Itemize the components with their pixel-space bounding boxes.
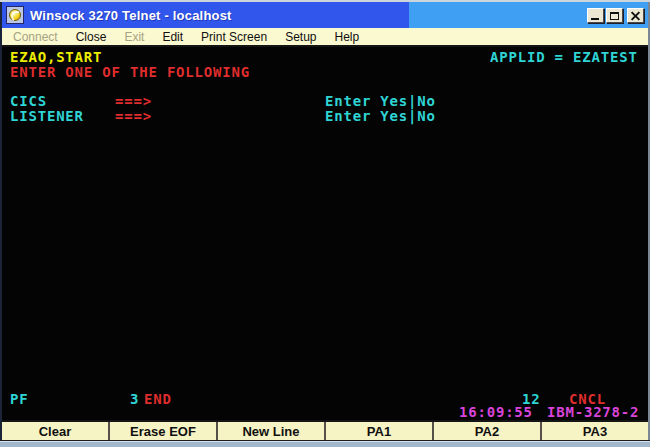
pf-label: PF	[10, 393, 28, 406]
title-bar[interactable]: Winsock 3270 Telnet - localhost	[2, 2, 648, 28]
cics-arrow: ===>	[115, 95, 152, 108]
window-title: Winsock 3270 Telnet - localhost	[30, 8, 232, 23]
menu-item-exit[interactable]: Exit	[115, 30, 153, 44]
menu-item-setup[interactable]: Setup	[276, 30, 325, 44]
pf3-action: END	[144, 393, 172, 406]
applid-text: APPLID = EZATEST	[490, 51, 638, 64]
minimize-icon	[591, 18, 599, 20]
telnet-window: Winsock 3270 Telnet - localhost Connect …	[0, 0, 650, 447]
listener-arrow: ===>	[115, 110, 152, 123]
menu-item-print-screen[interactable]: Print Screen	[192, 30, 276, 44]
terminal-type-text: IBM-3278-2	[547, 406, 639, 419]
maximize-icon	[610, 12, 619, 20]
pa3-button[interactable]: PA3	[542, 422, 648, 440]
terminal-screen[interactable]: EZAO,START APPLID = EZATEST ENTER ONE OF…	[3, 47, 647, 420]
new-line-button[interactable]: New Line	[218, 422, 326, 440]
pf3-key: 3	[130, 393, 139, 406]
maximize-button[interactable]	[606, 8, 623, 23]
menu-bar: Connect Close Exit Edit Print Screen Set…	[2, 28, 648, 45]
minimize-button[interactable]	[587, 8, 604, 23]
menu-item-connect[interactable]: Connect	[4, 30, 67, 44]
clock-text: 16:09:55	[459, 406, 533, 419]
menu-item-help[interactable]: Help	[325, 30, 368, 44]
command-line-text: EZAO,START	[10, 51, 102, 64]
keypad-bar: Clear Erase EOF New Line PA1 PA2 PA3	[2, 420, 648, 440]
clear-button[interactable]: Clear	[2, 422, 110, 440]
menu-item-edit[interactable]: Edit	[153, 30, 192, 44]
menu-item-close[interactable]: Close	[67, 30, 116, 44]
pa2-button[interactable]: PA2	[434, 422, 542, 440]
close-button[interactable]	[627, 8, 644, 23]
listener-hint: Enter Yes|No	[325, 110, 436, 123]
erase-eof-button[interactable]: Erase EOF	[110, 422, 218, 440]
listener-field-label: LISTENER	[10, 110, 84, 123]
pa1-button[interactable]: PA1	[326, 422, 434, 440]
window-border-bottom	[0, 440, 650, 447]
prompt-text: ENTER ONE OF THE FOLLOWING	[10, 66, 250, 79]
globe-icon	[9, 9, 21, 21]
window-controls	[585, 8, 644, 23]
cics-field-label: CICS	[10, 95, 47, 108]
window-border-left	[0, 2, 2, 440]
app-globe-icon[interactable]	[6, 6, 24, 24]
cics-hint: Enter Yes|No	[325, 95, 436, 108]
